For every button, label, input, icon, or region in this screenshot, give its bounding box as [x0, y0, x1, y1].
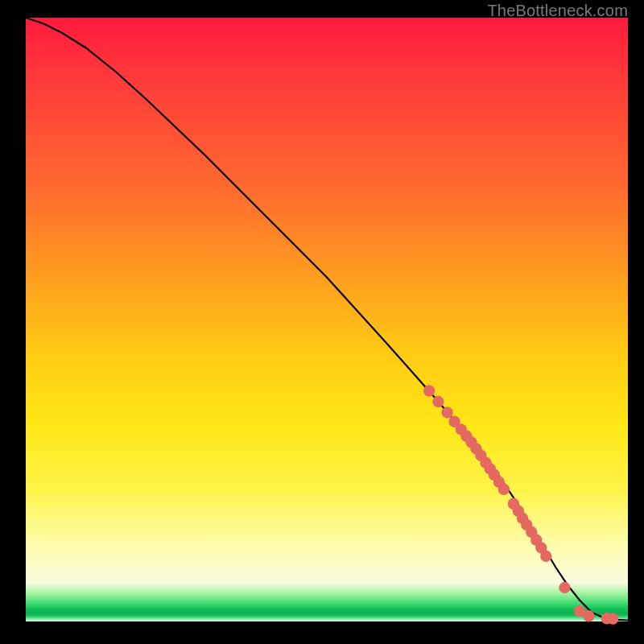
curve-svg — [26, 18, 628, 621]
curve-marker — [432, 396, 444, 407]
curve-path — [26, 18, 628, 621]
chart-stage: TheBottleneck.com — [0, 0, 644, 644]
plot-area — [26, 18, 628, 621]
curve-marker — [423, 385, 435, 396]
curve-marker — [441, 407, 452, 418]
curve-marker — [540, 551, 551, 562]
marker-group — [423, 385, 619, 625]
curve-marker — [583, 610, 594, 621]
curve-marker — [498, 484, 510, 495]
curve-marker — [559, 582, 570, 593]
curve-marker — [607, 613, 618, 624]
